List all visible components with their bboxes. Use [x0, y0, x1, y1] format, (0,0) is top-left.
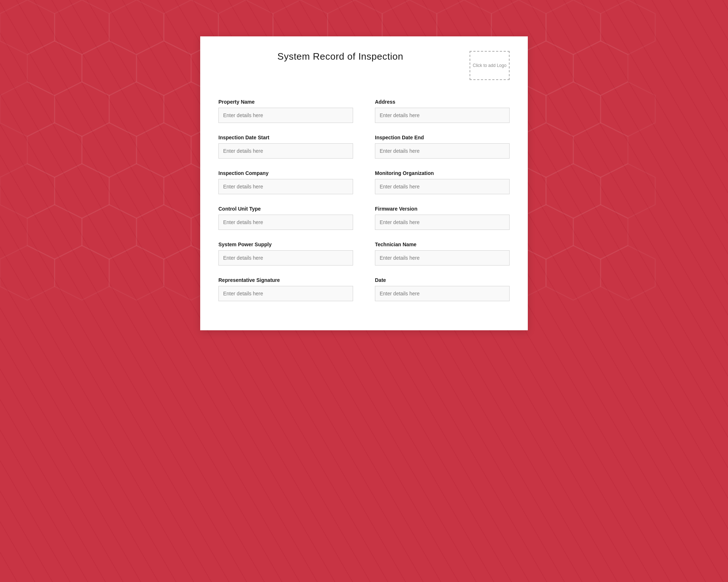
label-monitoring-organization: Monitoring Organization [375, 170, 510, 176]
form-container: System Record of Inspection Click to add… [200, 36, 528, 330]
label-firmware-version: Firmware Version [375, 206, 510, 212]
label-representative-signature: Representative Signature [218, 277, 353, 283]
input-control-unit-type[interactable] [218, 215, 353, 230]
svg-marker-0 [0, 0, 36, 36]
form-grid: Property NameAddressInspection Date Star… [218, 95, 510, 308]
input-technician-name[interactable] [375, 250, 510, 266]
form-field-representative-signature: Representative Signature [218, 273, 364, 308]
label-inspection-company: Inspection Company [218, 170, 353, 176]
label-inspection-date-start: Inspection Date Start [218, 135, 353, 140]
form-field-monitoring-organization: Monitoring Organization [364, 166, 510, 202]
input-property-name[interactable] [218, 108, 353, 123]
input-address[interactable] [375, 108, 510, 123]
form-field-inspection-date-end: Inspection Date End [364, 130, 510, 166]
form-header: System Record of Inspection Click to add… [218, 51, 510, 80]
form-field-inspection-company: Inspection Company [218, 166, 364, 202]
input-date[interactable] [375, 286, 510, 301]
input-inspection-date-end[interactable] [375, 143, 510, 159]
input-inspection-date-start[interactable] [218, 143, 353, 159]
logo-placeholder[interactable]: Click to add Logo [470, 51, 510, 80]
form-title-area: System Record of Inspection [218, 51, 470, 62]
label-technician-name: Technician Name [375, 242, 510, 247]
input-monitoring-organization[interactable] [375, 179, 510, 194]
form-field-date: Date [364, 273, 510, 308]
form-field-system-power-supply: System Power Supply [218, 237, 364, 273]
label-system-power-supply: System Power Supply [218, 242, 353, 247]
input-inspection-company[interactable] [218, 179, 353, 194]
form-field-technician-name: Technician Name [364, 237, 510, 273]
form-field-property-name: Property Name [218, 95, 364, 130]
form-field-control-unit-type: Control Unit Type [218, 202, 364, 237]
form-field-address: Address [364, 95, 510, 130]
page-title: System Record of Inspection [277, 51, 403, 62]
input-firmware-version[interactable] [375, 215, 510, 230]
form-field-firmware-version: Firmware Version [364, 202, 510, 237]
label-property-name: Property Name [218, 99, 353, 105]
label-control-unit-type: Control Unit Type [218, 206, 353, 212]
input-representative-signature[interactable] [218, 286, 353, 301]
label-date: Date [375, 277, 510, 283]
label-inspection-date-end: Inspection Date End [375, 135, 510, 140]
form-field-inspection-date-start: Inspection Date Start [218, 130, 364, 166]
label-address: Address [375, 99, 510, 105]
logo-placeholder-label: Click to add Logo [473, 63, 507, 69]
input-system-power-supply[interactable] [218, 250, 353, 266]
